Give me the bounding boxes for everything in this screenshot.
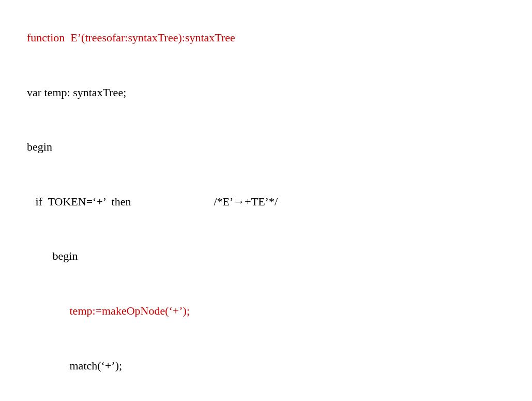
line-3: begin <box>16 120 516 174</box>
line-5: begin <box>16 229 516 284</box>
comment-e-prime-plus: /*E’→+TE’*/ <box>214 195 278 208</box>
if-statement: if TOKEN=‘+’ then <box>27 195 131 208</box>
code-display: function E’(treesofar:syntaxTree):syntax… <box>16 10 516 401</box>
line-4: if TOKEN=‘+’ then/*E’→+TE’*/ <box>16 174 516 229</box>
keyword-function: function <box>27 31 65 44</box>
make-op-node: temp:=makeOpNode(‘+’); <box>27 304 190 317</box>
line-7: match(‘+’); <box>16 338 516 393</box>
match-call: match(‘+’); <box>27 359 122 372</box>
line-8: leftChild(temp):=treesofar; <box>16 393 516 401</box>
line-2: var temp: syntaxTree; <box>16 65 516 120</box>
begin-inner: begin <box>27 249 78 262</box>
begin-keyword: begin <box>27 140 52 153</box>
var-declaration: var temp: syntaxTree; <box>27 86 126 99</box>
line-1: function E’(treesofar:syntaxTree):syntax… <box>16 10 516 65</box>
function-signature: E’(treesofar:syntaxTree):syntaxTree <box>65 31 235 44</box>
line-6: temp:=makeOpNode(‘+’); <box>16 284 516 338</box>
